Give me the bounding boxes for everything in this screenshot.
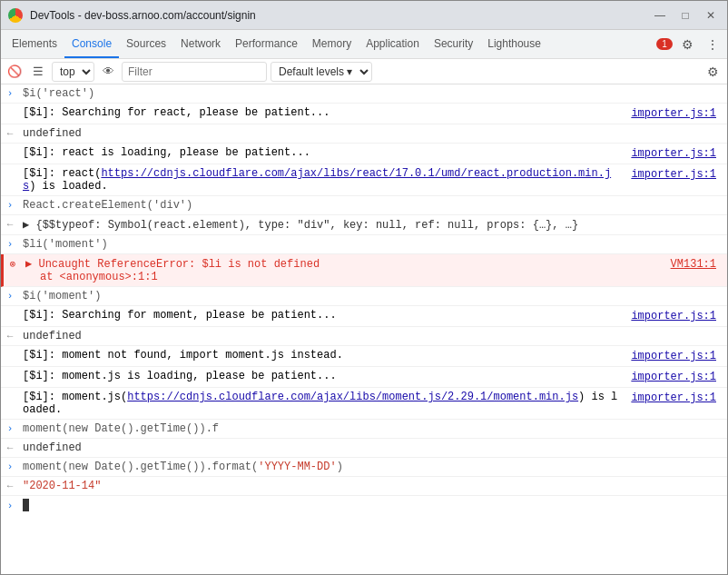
- console-text: [$i]: Searching for react, please be pat…: [23, 106, 330, 119]
- row-content: $i('react'): [19, 86, 727, 101]
- input-gutter: ›: [1, 499, 19, 511]
- cursor: [23, 499, 29, 511]
- source-link[interactable]: importer.js:1: [627, 105, 720, 122]
- source-link[interactable]: importer.js:1: [627, 390, 720, 406]
- row-content: [$i]: react(https://cdnjs.cloudflare.com…: [19, 166, 627, 193]
- console-row: [$i]: Searching for moment, please be pa…: [1, 306, 727, 327]
- row-gutter: ›: [1, 421, 19, 434]
- console-row: ← undefined: [1, 439, 727, 458]
- row-gutter: ›: [1, 237, 19, 250]
- row-content: [$i]: react is loading, please be patien…: [19, 145, 627, 160]
- chrome-icon: [8, 8, 23, 23]
- row-gutter: [1, 166, 19, 168]
- row-content: undefined: [19, 441, 727, 455]
- toggle-filter-button[interactable]: ☰: [28, 62, 48, 82]
- console-text: ▶ {$$typeof: Symbol(react.element), type…: [23, 219, 578, 232]
- cdn-link[interactable]: https://cdnjs.cloudflare.com/ajax/libs/m…: [127, 391, 578, 403]
- panel-security[interactable]: Security: [427, 30, 480, 58]
- row-gutter: [1, 369, 19, 371]
- panel-sources[interactable]: Sources: [119, 30, 173, 58]
- console-row: [$i]: Searching for react, please be pat…: [1, 104, 727, 124]
- row-gutter: ›: [1, 289, 19, 302]
- console-input-text: $li('moment'): [23, 238, 108, 251]
- row-gutter: ←: [1, 217, 19, 230]
- console-row: [$i]: moment.js(https://cdnjs.cloudflare…: [1, 388, 727, 420]
- minimize-button[interactable]: —: [651, 6, 669, 25]
- panel-memory[interactable]: Memory: [305, 30, 359, 58]
- console-row: › $i('react'): [1, 84, 727, 104]
- console-text-suffix: ) is loaded.: [29, 180, 107, 193]
- console-text: undefined: [23, 330, 82, 342]
- clear-console-button[interactable]: 🚫: [5, 62, 25, 82]
- row-gutter: ←: [1, 329, 19, 342]
- source-link[interactable]: importer.js:1: [627, 348, 720, 364]
- cdn-link[interactable]: https://cdnjs.cloudflare.com/ajax/libs/r…: [23, 167, 611, 193]
- console-input-text: moment(new Date().getTime()).format('YYY…: [23, 461, 343, 473]
- row-gutter: [1, 390, 19, 392]
- row-content: $li('moment'): [19, 237, 727, 252]
- row-gutter: [1, 348, 19, 350]
- console-row: [$i]: moment.js is loading, please be pa…: [1, 367, 727, 388]
- console-toolbar: 🚫 ☰ top 👁 Default levels ▾ ⚙: [1, 59, 727, 84]
- more-icon-btn[interactable]: ⋮: [702, 34, 723, 55]
- window-controls: — □ ✕: [651, 6, 720, 25]
- row-gutter: ›: [1, 198, 19, 211]
- close-button[interactable]: ✕: [702, 6, 720, 25]
- source-link[interactable]: importer.js:1: [627, 369, 720, 385]
- row-content: $i('moment'): [19, 289, 727, 303]
- panel-network[interactable]: Network: [173, 30, 228, 58]
- level-select[interactable]: Default levels ▾: [271, 62, 372, 82]
- row-content: [$i]: Searching for react, please be pat…: [19, 105, 627, 120]
- console-text-prefix: [$i]: moment.js(: [23, 391, 127, 403]
- panel-console[interactable]: Console: [64, 30, 119, 58]
- row-content: [$i]: Searching for moment, please be pa…: [19, 308, 627, 322]
- row-content: moment(new Date().getTime()).f: [19, 421, 727, 436]
- console-input-text: $i('react'): [23, 87, 94, 100]
- row-gutter: ←: [1, 479, 19, 491]
- source-link[interactable]: importer.js:1: [627, 308, 720, 324]
- source-link[interactable]: importer.js:1: [627, 166, 720, 183]
- console-text-prefix: [$i]: react(: [23, 167, 101, 180]
- console-settings-button[interactable]: ⚙: [702, 61, 723, 83]
- panel-lighthouse[interactable]: Lighthouse: [480, 30, 548, 58]
- row-content: [$i]: moment not found, import moment.js…: [19, 348, 627, 362]
- context-select[interactable]: top: [52, 62, 94, 82]
- console-text: [$i]: react is loading, please be patien…: [23, 146, 310, 159]
- console-row: › $li('moment'): [1, 235, 727, 254]
- row-content: moment(new Date().getTime()).format('YYY…: [19, 460, 727, 474]
- panel-performance[interactable]: Performance: [228, 30, 305, 58]
- row-content: React.createElement('div'): [19, 198, 727, 213]
- console-row: ← undefined: [1, 327, 727, 346]
- row-gutter: ⊗: [4, 256, 22, 270]
- source-link[interactable]: importer.js:1: [627, 145, 720, 162]
- console-row: [$i]: moment not found, import moment.js…: [1, 346, 727, 367]
- row-gutter: [1, 145, 19, 147]
- row-gutter: ←: [1, 126, 19, 139]
- console-output: › $i('react') [$i]: Searching for react,…: [1, 84, 727, 574]
- row-content: "2020-11-14": [19, 479, 727, 493]
- console-text: undefined: [23, 441, 82, 454]
- maximize-button[interactable]: □: [676, 6, 694, 25]
- console-input-text: React.createElement('div'): [23, 199, 192, 212]
- title-bar: DevTools - dev-boss.arnoo.com/account/si…: [1, 1, 727, 30]
- source-link[interactable]: VM131:1: [667, 256, 720, 273]
- row-content: [$i]: moment.js(https://cdnjs.cloudflare…: [19, 390, 627, 417]
- settings-icon-btn[interactable]: ⚙: [676, 34, 698, 55]
- console-row: › moment(new Date().getTime()).f: [1, 420, 727, 439]
- filter-input[interactable]: [122, 62, 267, 82]
- console-text: undefined: [23, 127, 82, 140]
- row-content: undefined: [19, 126, 727, 141]
- error-subtext: at <anonymous>:1:1: [25, 271, 664, 283]
- console-text: [$i]: moment not found, import moment.js…: [23, 349, 343, 362]
- row-gutter: ›: [1, 86, 19, 99]
- row-gutter: ›: [1, 460, 19, 472]
- console-input-text: $i('moment'): [23, 290, 101, 302]
- panel-application[interactable]: Application: [359, 30, 427, 58]
- error-text: ▶ Uncaught ReferenceError: $li is not de…: [25, 257, 664, 271]
- row-gutter: ←: [1, 441, 19, 453]
- console-row: › React.createElement('div'): [1, 196, 727, 215]
- panel-elements[interactable]: Elements: [5, 30, 64, 58]
- row-content: undefined: [19, 329, 727, 343]
- console-output-value: "2020-11-14": [23, 480, 101, 492]
- eye-icon-btn[interactable]: 👁: [98, 62, 118, 82]
